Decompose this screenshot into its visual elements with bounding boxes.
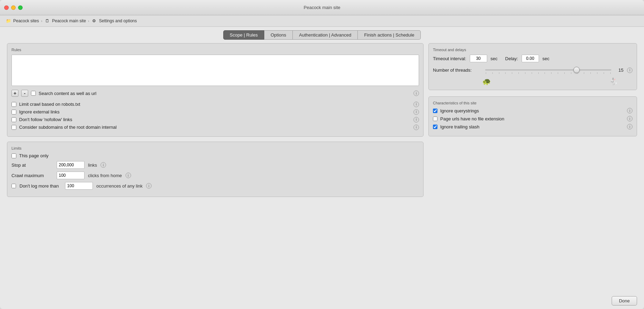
breadcrumb-item-2[interactable]: Peacock main site	[52, 18, 86, 23]
stop-at-info-icon[interactable]: i	[100, 162, 106, 168]
this-page-only-checkbox[interactable]	[11, 153, 16, 158]
rules-section: Rules + - Search content as well as url …	[7, 43, 424, 137]
delay-unit: sec	[542, 56, 549, 61]
done-button[interactable]: Done	[612, 296, 637, 306]
subdomains-row: Consider subdomains of the root domain i…	[11, 125, 419, 130]
breadcrumb-item-1[interactable]: Peacock sites	[13, 18, 39, 23]
no-file-ext-info-icon[interactable]: i	[627, 116, 633, 121]
ignore-trailing-slash-label: Ignore trailing slash	[440, 124, 480, 129]
threads-slider[interactable]	[485, 69, 611, 71]
threads-label: Number of threads:	[433, 68, 482, 73]
no-follow-info-icon[interactable]: i	[413, 117, 419, 122]
breadcrumb-item-3[interactable]: Settings and options	[99, 18, 137, 23]
remove-rule-button[interactable]: -	[21, 90, 28, 97]
search-content-checkbox[interactable]	[31, 91, 36, 96]
window-controls[interactable]	[4, 5, 23, 10]
no-file-ext-label: Page urls have no file extension	[440, 116, 504, 121]
ignore-trailing-slash-row: Ignore trailing slash i	[433, 124, 633, 129]
no-follow-row: Don't follow 'nofollow' links i	[11, 117, 419, 122]
this-page-only-row: This page only	[11, 153, 419, 158]
delay-label: Delay:	[505, 56, 518, 61]
no-follow-label: Don't follow 'nofollow' links	[19, 117, 72, 122]
dont-log-input[interactable]	[65, 182, 93, 190]
ignore-querystrings-row: Ignore querystrings i	[433, 108, 633, 113]
folder-icon: 📁	[6, 18, 11, 24]
left-panel: Rules + - Search content as well as url …	[7, 43, 424, 286]
stop-at-suffix: links	[88, 163, 97, 168]
ignore-trailing-slash-checkbox[interactable]	[433, 125, 437, 129]
ignore-external-row: Ignore external links i	[11, 109, 419, 114]
threads-slider-wrapper	[485, 66, 611, 74]
ignore-external-checkbox[interactable]	[11, 110, 16, 114]
title-bar: Peacock main site	[0, 0, 644, 15]
turtle-icon: 🐢	[482, 77, 491, 86]
limit-crawl-row: Limit crawl based on robots.txt i	[11, 102, 419, 107]
threads-info-icon[interactable]: i	[627, 68, 633, 73]
limits-section: Limits This page only Stop at links i Cr…	[7, 142, 424, 197]
timeout-unit: sec	[491, 56, 498, 61]
crawl-max-row: Crawl maximum clicks from home i	[11, 172, 419, 179]
add-rule-button[interactable]: +	[11, 90, 18, 97]
tabs-bar: Scope | Rules Options Authentication | A…	[0, 27, 644, 43]
settings-icon: ⚙	[91, 18, 97, 24]
subdomains-info-icon[interactable]: i	[413, 125, 419, 130]
tab-auth-advanced[interactable]: Authentication | Advanced	[293, 30, 358, 40]
bottom-bar: Done	[0, 293, 644, 309]
close-button[interactable]	[4, 5, 9, 10]
page-icon: 🗒	[45, 18, 50, 24]
no-follow-checkbox[interactable]	[11, 117, 16, 122]
rules-title: Rules	[11, 48, 419, 52]
dont-log-label: Don't log more than	[19, 183, 59, 189]
search-content-info-icon[interactable]: i	[413, 90, 419, 96]
subdomains-label: Consider subdomains of the root domain i…	[19, 125, 116, 130]
this-page-only-label: This page only	[19, 153, 49, 158]
no-file-ext-checkbox[interactable]	[433, 117, 437, 121]
breadcrumb-sep-2: ›	[88, 19, 89, 23]
tab-options[interactable]: Options	[264, 30, 293, 40]
minimize-button[interactable]	[11, 5, 16, 10]
no-file-ext-row: Page urls have no file extension i	[433, 116, 633, 121]
limits-title: Limits	[11, 146, 419, 150]
breadcrumb: 📁 Peacock sites › 🗒 Peacock main site › …	[0, 15, 644, 27]
rules-textarea[interactable]	[11, 55, 419, 86]
window-title: Peacock main site	[304, 5, 340, 10]
dont-log-checkbox[interactable]	[11, 184, 16, 188]
maximize-button[interactable]	[18, 5, 23, 10]
subdomains-checkbox[interactable]	[11, 125, 16, 130]
rabbit-icon: 🐇	[609, 77, 618, 86]
crawl-max-suffix: clicks from home	[88, 173, 122, 178]
stop-at-row: Stop at links i	[11, 161, 419, 169]
ignore-external-info-icon[interactable]: i	[413, 109, 419, 115]
ignore-querystrings-checkbox[interactable]	[433, 109, 437, 113]
dont-log-suffix: occurrences of any link	[96, 183, 143, 189]
timeout-row: Timeout interval: sec Delay: sec	[433, 55, 633, 62]
characteristics-section: Characteristics of this site Ignore quer…	[428, 96, 637, 136]
right-panel: Timeout and delays Timeout interval: sec…	[428, 43, 637, 286]
tab-scope-rules[interactable]: Scope | Rules	[223, 30, 265, 40]
stop-at-input[interactable]	[57, 161, 84, 169]
threads-row: Number of threads:	[433, 66, 633, 74]
dont-log-row: Don't log more than occurrences of any l…	[11, 182, 419, 190]
ignore-trailing-slash-info-icon[interactable]: i	[627, 124, 633, 129]
tab-finish-schedule[interactable]: Finish actions | Schedule	[358, 30, 421, 40]
delay-input[interactable]	[522, 55, 539, 62]
main-content: Rules + - Search content as well as url …	[0, 43, 644, 293]
speed-icons-row: 🐢 🐇	[433, 77, 633, 86]
limit-crawl-checkbox[interactable]	[11, 102, 16, 107]
timeout-input[interactable]	[470, 55, 487, 62]
breadcrumb-sep-1: ›	[41, 19, 42, 23]
crawl-max-info-icon[interactable]: i	[126, 173, 131, 178]
characteristics-title: Characteristics of this site	[433, 101, 633, 105]
crawl-max-input[interactable]	[57, 172, 84, 179]
timeout-section: Timeout and delays Timeout interval: sec…	[428, 43, 637, 90]
crawl-max-label: Crawl maximum	[11, 173, 53, 178]
rules-toolbar: + - Search content as well as url i	[11, 90, 419, 97]
limit-crawl-label: Limit crawl based on robots.txt	[19, 102, 80, 107]
threads-value: 15	[615, 68, 623, 73]
limit-crawl-info-icon[interactable]: i	[413, 102, 419, 107]
stop-at-label: Stop at	[11, 163, 53, 168]
dont-log-info-icon[interactable]: i	[146, 183, 152, 189]
ignore-external-label: Ignore external links	[19, 109, 59, 114]
ignore-querystrings-info-icon[interactable]: i	[627, 108, 633, 113]
ignore-querystrings-label: Ignore querystrings	[440, 108, 479, 113]
